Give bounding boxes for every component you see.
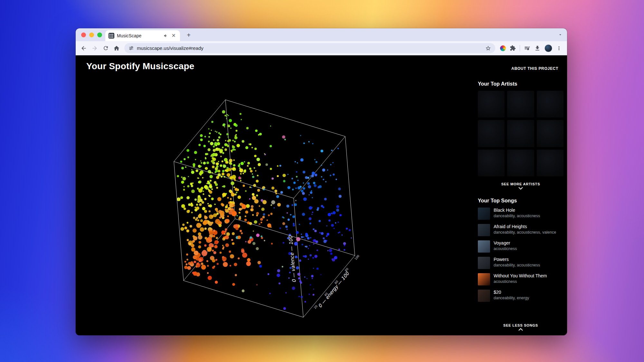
minimize-window-button[interactable] bbox=[89, 32, 94, 37]
new-tab-button[interactable]: + bbox=[185, 31, 193, 39]
artist-tile[interactable] bbox=[537, 150, 564, 176]
song-features: danceability, energy bbox=[494, 296, 529, 301]
top-artists-heading: Your Top Artists bbox=[478, 81, 564, 87]
extensions-puzzle-icon[interactable] bbox=[510, 45, 516, 51]
song-row[interactable]: Voyageracousticness bbox=[478, 240, 564, 253]
home-button[interactable] bbox=[111, 43, 122, 54]
page-title: Your Spotify Musicscape bbox=[86, 61, 194, 71]
address-bar[interactable]: musicscape.us/visualize#ready bbox=[124, 43, 495, 53]
song-row[interactable]: Without You Without Themacousticness bbox=[478, 273, 564, 285]
top-songs-heading: Your Top Songs bbox=[478, 198, 564, 204]
sidebar: Your Top Artists SEE MORE ARTISTS Your T… bbox=[478, 81, 564, 335]
desktop-wallpaper: MusicScape ✕ + bbox=[0, 0, 644, 362]
song-list: Black Holedanceability, acousticnessAfra… bbox=[478, 208, 564, 306]
artist-grid bbox=[478, 91, 564, 176]
forward-button[interactable] bbox=[89, 43, 100, 54]
artist-tile[interactable] bbox=[478, 91, 505, 117]
song-title: Voyager bbox=[494, 240, 517, 246]
page-content: 0 — valence — 1000 — energy — 1002040608… bbox=[76, 55, 567, 335]
close-window-button[interactable] bbox=[81, 32, 86, 37]
artist-tile[interactable] bbox=[507, 91, 534, 117]
song-title: Powers bbox=[494, 257, 540, 262]
song-row[interactable]: Afraid of Heightsdanceability, acousticn… bbox=[478, 224, 564, 236]
chevron-up-icon bbox=[518, 328, 523, 331]
song-title: Without You Without Them bbox=[494, 273, 547, 278]
song-row[interactable]: Black Holedanceability, acousticness bbox=[478, 208, 564, 220]
browser-toolbar: musicscape.us/visualize#ready bbox=[76, 41, 567, 55]
fullscreen-window-button[interactable] bbox=[97, 32, 102, 37]
song-title: Afraid of Heights bbox=[494, 224, 556, 229]
chevron-down-icon bbox=[558, 32, 563, 37]
tab-close-button[interactable]: ✕ bbox=[171, 32, 177, 39]
media-controls-icon[interactable] bbox=[524, 45, 530, 51]
see-more-artists-button[interactable]: SEE MORE ARTISTS bbox=[478, 182, 564, 190]
album-art bbox=[478, 290, 490, 302]
browser-menu-icon[interactable] bbox=[556, 45, 562, 51]
svg-text:0 — energy — 100: 0 — energy — 100 bbox=[317, 270, 351, 309]
tab-search-button[interactable] bbox=[558, 32, 563, 38]
tab-strip: MusicScape ✕ + bbox=[76, 28, 567, 41]
song-features: danceability, acousticness, valence bbox=[494, 230, 556, 235]
back-button[interactable] bbox=[78, 43, 89, 54]
url-text: musicscape.us/visualize#ready bbox=[137, 45, 482, 51]
window-controls bbox=[76, 32, 107, 37]
artist-tile[interactable] bbox=[507, 120, 534, 147]
artist-tile[interactable] bbox=[478, 150, 505, 176]
album-art bbox=[478, 257, 490, 269]
song-title: $20 bbox=[494, 290, 529, 295]
album-art bbox=[478, 240, 490, 253]
song-title: Black Hole bbox=[494, 208, 540, 213]
artist-tile[interactable] bbox=[537, 120, 564, 147]
tab-favicon-icon bbox=[109, 33, 114, 39]
see-less-songs-button[interactable]: SEE LESS SONGS bbox=[478, 323, 564, 333]
browser-window: MusicScape ✕ + bbox=[76, 28, 567, 335]
song-row[interactable]: Powersdanceability, acousticness bbox=[478, 257, 564, 269]
reload-button[interactable] bbox=[100, 43, 111, 54]
song-features: danceability, acousticness bbox=[494, 263, 540, 268]
site-info-icon[interactable] bbox=[128, 45, 134, 51]
artist-tile[interactable] bbox=[478, 120, 505, 147]
color-wheel-extension-icon[interactable] bbox=[500, 45, 506, 51]
about-link[interactable]: ABOUT THIS PROJECT bbox=[511, 66, 558, 71]
song-features: acousticness bbox=[494, 279, 547, 284]
toolbar-extensions-area bbox=[497, 44, 564, 52]
bookmark-star-icon[interactable] bbox=[485, 45, 491, 51]
song-features: danceability, acousticness bbox=[494, 214, 540, 219]
tab-title: MusicScape bbox=[117, 33, 161, 38]
see-more-artists-label: SEE MORE ARTISTS bbox=[501, 182, 540, 186]
artist-tile[interactable] bbox=[507, 150, 534, 176]
album-art bbox=[478, 273, 490, 285]
tab-audio-icon[interactable] bbox=[164, 33, 168, 38]
album-art bbox=[478, 224, 490, 236]
downloads-icon[interactable] bbox=[534, 45, 541, 51]
profile-avatar[interactable] bbox=[545, 44, 552, 52]
song-features: acousticness bbox=[494, 246, 517, 252]
album-art bbox=[478, 208, 490, 220]
artist-tile[interactable] bbox=[537, 91, 564, 117]
browser-tab[interactable]: MusicScape ✕ bbox=[105, 30, 180, 41]
chevron-down-icon bbox=[518, 187, 523, 190]
toolbar-separator bbox=[520, 45, 520, 51]
song-row[interactable]: $20danceability, energy bbox=[478, 290, 564, 302]
see-less-songs-label: SEE LESS SONGS bbox=[503, 323, 538, 327]
